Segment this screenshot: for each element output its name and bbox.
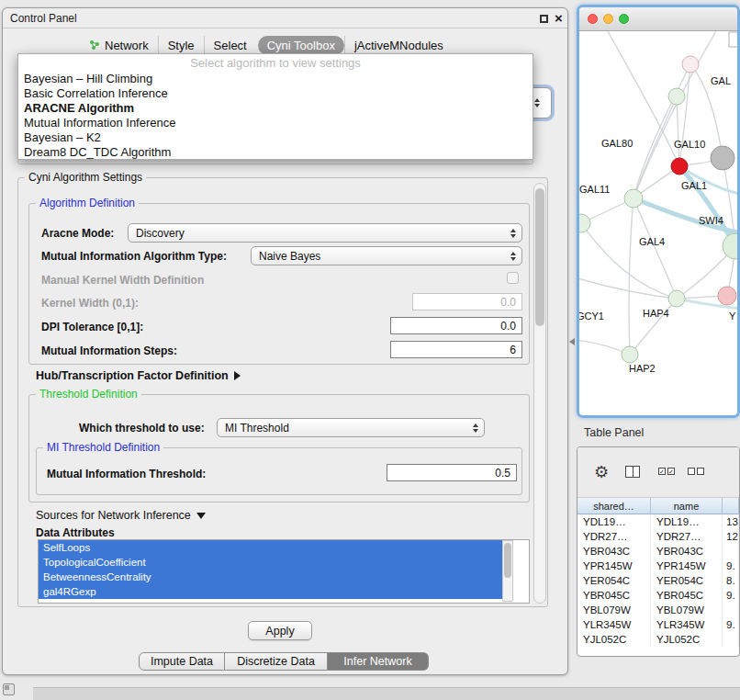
tab-label: Impute Data (151, 655, 213, 668)
tab-infer-network[interactable]: Infer Network (328, 652, 429, 671)
stepper-arrows-icon (510, 252, 516, 261)
list-scrollbar-thumb[interactable] (504, 543, 511, 578)
close-icon[interactable]: × (555, 10, 563, 27)
aracne-mode-label: Aracne Mode: (41, 227, 114, 240)
close-traffic-light[interactable] (588, 14, 598, 24)
mi-steps-value: 6 (510, 344, 516, 356)
network-node[interactable] (718, 287, 736, 305)
network-view-window[interactable]: GAL80 GAL10 GAL11 GAL1 SWI4 GAL4 GCY1 HA… (577, 5, 740, 418)
tab-style[interactable]: Style (158, 36, 204, 55)
apply-button[interactable]: Apply (248, 621, 312, 640)
node-label: GAL11 (579, 184, 610, 195)
network-node[interactable] (668, 88, 685, 105)
column-manager-icon[interactable] (625, 466, 640, 478)
tab-label: Select (214, 39, 247, 52)
network-node[interactable] (711, 146, 734, 170)
tab-select[interactable]: Select (204, 36, 256, 55)
cell-value (723, 632, 739, 647)
select-all-checkboxes-icon[interactable]: ✓✓ (658, 468, 675, 475)
cell-value: 8. (723, 573, 739, 588)
cell-value: 9. (723, 559, 739, 573)
clear-all-checkboxes-icon[interactable] (688, 468, 704, 475)
cell-name: YBL079W (651, 603, 723, 617)
dpi-tolerance-label: DPI Tolerance [0,1]: (41, 321, 143, 333)
network-node-selected[interactable] (671, 158, 688, 175)
dropdown-item[interactable]: Bayesian – K2 (18, 130, 533, 145)
table-body: YDL19… YDL19… 13 YDR27… YDR27… 12 YBR043… (577, 514, 739, 647)
hub-definition-expander[interactable]: Hub/Transcription Factor Definition (36, 368, 241, 383)
cell-shared-name: YBR043C (577, 544, 651, 559)
network-node[interactable] (682, 56, 699, 73)
table-row[interactable]: YPR145W YPR145W 9. (577, 559, 739, 573)
zoom-traffic-light[interactable] (619, 14, 629, 24)
float-window-icon[interactable] (540, 15, 548, 23)
cell-name: YDL19… (651, 514, 723, 529)
aracne-mode-select[interactable]: Discovery (128, 223, 522, 243)
settings-scrollbar-thumb[interactable] (535, 188, 544, 326)
network-canvas[interactable]: GAL80 GAL10 GAL11 GAL1 SWI4 GAL4 GCY1 HA… (579, 31, 737, 418)
manual-kernel-label: Manual Kernel Width Definition (41, 274, 204, 287)
which-threshold-label: Which threshold to use: (79, 422, 205, 435)
threshold-definition-title: Threshold Definition (36, 388, 141, 401)
which-threshold-select[interactable]: MI Threshold (217, 418, 485, 437)
tab-discretize-data[interactable]: Discretize Data (225, 652, 328, 671)
tab-cyni-toolbox[interactable]: Cyni Toolbox (258, 36, 344, 55)
cell-value (723, 544, 739, 559)
control-panel-tabs: Network Style Select Cyni Toolbox jActiv… (80, 35, 453, 55)
table-row[interactable]: YBR045C YBR045C 9. (577, 588, 739, 603)
node-label: Y (729, 310, 736, 322)
panel-toggle-icon[interactable] (3, 683, 15, 695)
tab-jactivemodules[interactable]: jActiveMNodules (344, 36, 453, 55)
panel-splitter-arrow-icon[interactable] (569, 338, 575, 345)
settings-scrollbar-track[interactable] (533, 183, 546, 604)
table-row[interactable]: YER054C YER054C 8. (577, 573, 739, 588)
dpi-tolerance-field[interactable]: 0.0 (390, 317, 522, 334)
mi-steps-field[interactable]: 6 (390, 341, 522, 358)
tab-network[interactable]: Network (80, 36, 158, 55)
mi-algorithm-type-select[interactable]: Naive Bayes (251, 246, 522, 265)
list-item[interactable]: TopologicalCoefficient (39, 555, 502, 570)
sources-expander[interactable]: Sources for Network Inference (36, 508, 206, 523)
column-header-name[interactable]: name (651, 498, 723, 514)
table-row[interactable]: YLR345W YLR345W 9. (577, 617, 739, 632)
network-window-titlebar[interactable] (579, 7, 737, 31)
list-item[interactable]: BetweennessCentrality (39, 570, 502, 584)
tab-label: Cyni Toolbox (267, 39, 335, 52)
tab-label: Network (105, 39, 149, 52)
dropdown-item[interactable]: Bayesian – Hill Climbing (18, 72, 533, 86)
column-header-shared-name[interactable]: shared… (577, 498, 651, 514)
cell-value: 13 (723, 514, 739, 529)
table-row[interactable]: YJL052C YJL052C (577, 632, 739, 647)
table-row[interactable]: YBR043C YBR043C (577, 544, 739, 559)
canvas-scrollbar-fragment[interactable] (729, 32, 737, 47)
network-node[interactable] (624, 189, 643, 208)
table-row[interactable]: YDL19… YDL19… 13 (577, 514, 739, 529)
mi-threshold-field[interactable]: 0.5 (387, 464, 517, 481)
network-node[interactable] (723, 233, 737, 259)
list-item[interactable]: gal4RGexp (39, 584, 502, 599)
node-label: GCY1 (579, 310, 604, 322)
dropdown-item[interactable]: Mutual Information Inference (18, 116, 533, 130)
cell-shared-name: YDR27… (577, 529, 651, 544)
algorithm-definition-title: Algorithm Definition (36, 197, 139, 209)
network-node[interactable] (622, 346, 638, 363)
manual-kernel-checkbox[interactable] (507, 272, 519, 284)
sources-label: Sources for Network Inference (36, 509, 191, 522)
list-scrollbar-track[interactable] (502, 540, 513, 602)
column-header-cut[interactable] (723, 498, 739, 514)
network-node[interactable] (668, 290, 685, 307)
minimize-traffic-light[interactable] (603, 14, 613, 24)
gear-icon[interactable]: ⚙ (594, 463, 609, 481)
tab-impute-data[interactable]: Impute Data (139, 652, 225, 671)
mi-threshold-value: 0.5 (495, 467, 510, 480)
cell-shared-name: YBR045C (577, 588, 651, 603)
dropdown-item[interactable]: Dream8 DC_TDC Algorithm (18, 145, 533, 160)
cell-shared-name: YLR345W (577, 617, 651, 632)
network-node[interactable] (579, 214, 590, 232)
list-item[interactable]: SelfLoops (39, 540, 502, 555)
table-row[interactable]: YBL079W YBL079W (577, 603, 739, 617)
dropdown-item-selected[interactable]: ARACNE Algorithm (18, 101, 533, 116)
dropdown-item[interactable]: Basic Correlation Inference (18, 86, 533, 101)
cell-shared-name: YER054C (577, 573, 651, 588)
table-row[interactable]: YDR27… YDR27… 12 (577, 529, 739, 544)
